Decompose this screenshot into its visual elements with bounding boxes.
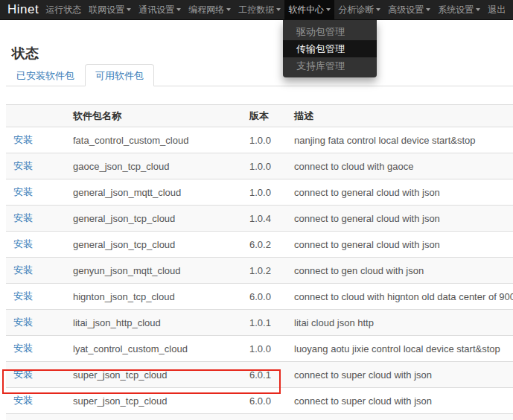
nav-item-6[interactable]: 软件中心 [284, 0, 334, 19]
package-version-cell: 6.0.2 [242, 232, 287, 258]
package-description-cell: connect to super cloud with json [287, 414, 513, 420]
package-name-cell: super_json_tcp_cloud [66, 414, 242, 420]
package-version-cell: 1.0.0 [242, 153, 287, 179]
table-row: 安装 super_json_tcp_cloud 6.0.2 connect to… [6, 414, 513, 420]
table-row: 安装 general_json_tcp_cloud 6.0.2 connect … [6, 232, 513, 258]
nav-item-3[interactable]: 通讯设置 [135, 0, 185, 19]
nav-item-2[interactable]: 联网设置 [85, 0, 135, 19]
package-name-cell: lyat_control_custom_cloud [66, 336, 242, 362]
package-version-cell: 1.0.2 [242, 258, 287, 284]
caret-down-icon [226, 8, 231, 11]
caret-down-icon [426, 8, 430, 11]
table-row: 安装 super_json_tcp_cloud 6.0.1 connect to… [6, 362, 513, 388]
nav-item-7[interactable]: 分析诊断 [334, 0, 384, 19]
nav-item-1[interactable]: 运行状态 [42, 0, 85, 19]
nav-item-label: 高级设置 [388, 0, 424, 19]
table-row: 安装 general_json_mqtt_cloud 1.0.0 connect… [6, 179, 513, 206]
nav-item-label: 联网设置 [89, 0, 124, 19]
package-description-cell: connect to super cloud with json [287, 362, 513, 388]
table-row: 安装 general_json_tcp_cloud 1.0.4 connect … [6, 206, 513, 232]
install-link[interactable]: 安装 [13, 212, 33, 223]
install-link[interactable]: 安装 [13, 395, 33, 406]
table-row: 安装 super_json_tcp_cloud 6.0.0 connect to… [6, 388, 513, 414]
package-version-cell: 6.0.0 [242, 284, 287, 310]
brand-logo[interactable]: Hinet [7, 0, 39, 19]
package-name-cell: general_json_tcp_cloud [66, 206, 242, 232]
tab-1[interactable]: 已安装软件包 [6, 64, 85, 86]
package-description-cell: litai cloud json http [287, 310, 513, 336]
page-title: 状态 [12, 45, 513, 62]
package-version-cell: 1.0.4 [242, 206, 287, 232]
package-name-cell: hignton_json_tcp_cloud [66, 284, 242, 310]
caret-down-icon [476, 8, 480, 11]
install-link[interactable]: 安装 [13, 160, 33, 171]
software-center-dropdown: 驱动包管理 传输包管理 支持库管理 [283, 20, 377, 77]
nav-item-4[interactable]: 编程网络 [185, 0, 235, 19]
column-header-version: 版本 [242, 105, 287, 127]
package-description-cell: connect to general cloud with json [287, 206, 513, 232]
package-description-cell: connect to cloud with gaoce [287, 153, 513, 179]
nav-item-label: 运行状态 [45, 0, 81, 19]
column-header-action [6, 105, 66, 127]
package-description-cell: connect to super cloud with json [287, 388, 513, 414]
package-table: 软件包名称 版本 描述 安装 fata_control_custom_cloud… [6, 104, 513, 420]
install-link[interactable]: 安装 [13, 264, 33, 276]
package-name-cell: genyun_json_mqtt_cloud [66, 258, 242, 284]
package-name-cell: fata_control_custom_cloud [66, 127, 242, 153]
package-version-cell: 6.0.0 [242, 388, 287, 414]
caret-down-icon [376, 8, 380, 11]
nav-item-label: 通讯设置 [138, 0, 174, 19]
package-name-cell: general_json_tcp_cloud [66, 232, 242, 258]
nav-item-label: 退出 [488, 0, 506, 19]
main-nav: 运行状态 联网设置 通讯设置 编程网络 工控数据 软件中心 分析诊断 高级设置 … [42, 0, 509, 19]
package-name-cell: general_json_mqtt_cloud [66, 179, 242, 206]
table-header-row: 软件包名称 版本 描述 [6, 105, 513, 127]
package-version-cell: 6.0.2 [242, 414, 287, 420]
nav-item-label: 软件中心 [288, 0, 324, 19]
package-description-cell: connect to gen cloud with json [287, 258, 513, 284]
install-link[interactable]: 安装 [13, 238, 33, 249]
dropdown-item-1[interactable]: 驱动包管理 [283, 23, 377, 40]
package-description-cell: nanjing fata control local device start&… [287, 127, 513, 153]
nav-item-9[interactable]: 系统设置 [434, 0, 484, 19]
package-version-cell: 1.0.0 [242, 336, 287, 362]
table-row: 安装 litai_json_http_cloud 1.0.1 litai clo… [6, 310, 513, 336]
table-row: 安装 gaoce_json_tcp_cloud 1.0.0 connect to… [6, 153, 513, 179]
install-link[interactable]: 安装 [13, 369, 33, 380]
install-link[interactable]: 安装 [13, 134, 33, 145]
install-link[interactable]: 安装 [13, 290, 33, 302]
dropdown-item-3[interactable]: 支持库管理 [283, 57, 377, 74]
install-link[interactable]: 安装 [13, 316, 33, 328]
package-version-cell: 6.0.1 [242, 362, 287, 388]
package-name-cell: litai_json_http_cloud [66, 310, 242, 336]
table-row: 安装 lyat_control_custom_cloud 1.0.0 luoya… [6, 336, 513, 362]
caret-down-icon [326, 8, 331, 11]
package-name-cell: super_json_tcp_cloud [66, 362, 242, 388]
nav-item-10[interactable]: 退出 [484, 0, 509, 19]
nav-item-label: 系统设置 [438, 0, 474, 19]
caret-down-icon [276, 8, 281, 11]
package-version-cell: 1.0.0 [242, 127, 287, 153]
table-row: 安装 genyun_json_mqtt_cloud 1.0.2 connect … [6, 258, 513, 284]
package-description-cell: connect to general cloud with json [287, 179, 513, 206]
column-header-name: 软件包名称 [66, 105, 242, 127]
package-name-cell: gaoce_json_tcp_cloud [66, 153, 242, 179]
table-row: 安装 hignton_json_tcp_cloud 6.0.0 connect … [6, 284, 513, 310]
package-version-cell: 1.0.0 [242, 179, 287, 206]
package-description-cell: connect to general cloud with json [287, 232, 513, 258]
top-navbar: Hinet 运行状态 联网设置 通讯设置 编程网络 工控数据 软件中心 分析诊断… [0, 0, 513, 20]
table-row: 安装 fata_control_custom_cloud 1.0.0 nanji… [6, 127, 513, 153]
nav-item-8[interactable]: 高级设置 [384, 0, 434, 19]
package-name-cell: super_json_tcp_cloud [66, 388, 242, 414]
column-header-description: 描述 [287, 105, 513, 127]
package-version-cell: 1.0.1 [242, 310, 287, 336]
tab-bar: 已安装软件包 可用软件包 [6, 64, 513, 86]
nav-item-label: 编程网络 [188, 0, 224, 19]
install-link[interactable]: 安装 [13, 186, 33, 197]
tab-2[interactable]: 可用软件包 [85, 64, 154, 86]
install-link[interactable]: 安装 [13, 343, 33, 354]
nav-item-5[interactable]: 工控数据 [235, 0, 284, 19]
dropdown-item-2[interactable]: 传输包管理 [283, 40, 377, 57]
caret-down-icon [127, 8, 131, 11]
nav-item-label: 分析诊断 [338, 0, 374, 19]
